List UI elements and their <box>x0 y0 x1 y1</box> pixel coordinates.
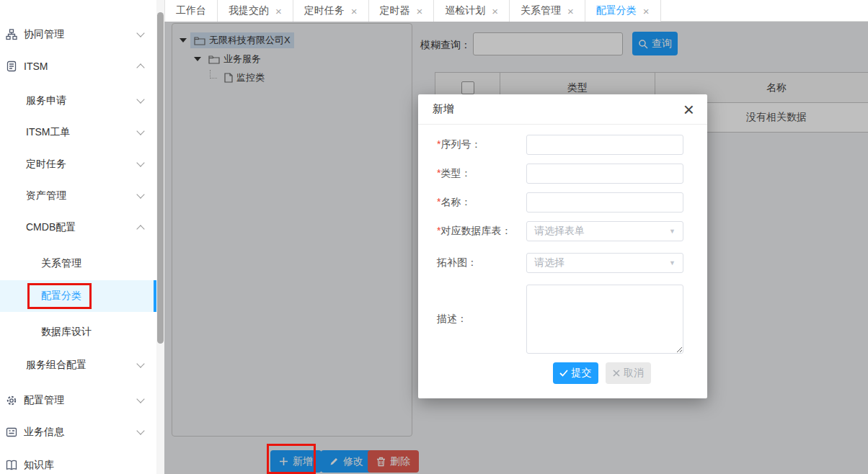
field-label: 拓补图： <box>437 256 477 268</box>
dropdown-arrow-icon: ▼ <box>669 228 676 235</box>
field-label: 序列号： <box>440 138 481 150</box>
sidebar-item-label: ITSM <box>24 61 48 72</box>
chevron-down-icon <box>136 426 144 434</box>
sidebar-item-cmdb-config[interactable]: CMDB配置 <box>0 212 156 243</box>
sidebar-item-label: 服务组合配置 <box>26 359 87 372</box>
sidebar: 工作台 协同管理 ITSM 服务申请 ITSM工单 定时任务 资产管理 CMDB… <box>0 0 156 474</box>
select-placeholder: 请选择 <box>534 256 564 269</box>
cancel-button[interactable]: 取消 <box>606 362 651 384</box>
chevron-down-icon <box>136 359 144 367</box>
tab-my-submissions[interactable]: 我提交的 × <box>218 0 293 22</box>
form-row-description: 描述： <box>437 285 689 354</box>
form-row-db-table: *对应数据库表： 请选择表单 ▼ <box>437 221 689 241</box>
gear-icon <box>6 395 17 406</box>
sidebar-item-service-request[interactable]: 服务申请 <box>0 85 156 117</box>
chevron-down-icon <box>136 29 144 37</box>
sidebar-item-label: 协同管理 <box>24 28 64 41</box>
close-icon[interactable]: × <box>683 100 694 119</box>
select-placeholder: 请选择表单 <box>534 225 585 238</box>
chevron-up-icon <box>136 225 144 233</box>
check-icon <box>559 370 568 377</box>
sidebar-item-relation-mgmt[interactable]: 关系管理 <box>0 248 156 280</box>
sidebar-item-config-mgmt[interactable]: 配置管理 <box>0 385 156 416</box>
submit-button[interactable]: 提交 <box>553 362 598 384</box>
tab-scheduled-task[interactable]: 定时任务 × <box>293 0 369 22</box>
sidebar-item-service-combo[interactable]: 服务组合配置 <box>0 349 156 381</box>
chevron-down-icon <box>136 395 144 403</box>
tab-config-category[interactable]: 配置分类 × <box>585 0 661 22</box>
tab-bar: 工作台 我提交的 × 定时任务 × 定时器 × 巡检计划 × 关系管理 × 配置… <box>164 0 868 22</box>
sidebar-scrollbar-thumb[interactable] <box>157 12 164 344</box>
description-textarea[interactable] <box>526 285 683 354</box>
org-icon <box>6 29 17 40</box>
sidebar-item-label: 关系管理 <box>41 257 81 270</box>
sidebar-item-label: 定时任务 <box>26 158 66 171</box>
close-icon[interactable]: × <box>351 6 358 17</box>
name-input[interactable] <box>526 192 683 213</box>
field-label: 类型： <box>440 167 471 179</box>
sidebar-item-collaboration[interactable]: 协同管理 <box>0 19 156 50</box>
serial-number-input[interactable] <box>526 135 683 155</box>
sidebar-item-label: 配置管理 <box>24 394 64 407</box>
sidebar-item-label: ITSM工单 <box>26 126 70 139</box>
close-icon[interactable]: × <box>275 6 282 17</box>
dialog-title: 新增 <box>433 102 454 116</box>
x-icon <box>613 370 620 377</box>
field-label: 名称： <box>440 196 471 207</box>
topology-select[interactable]: 请选择 ▼ <box>526 253 683 273</box>
sidebar-item-business-info[interactable]: 业务信息 <box>0 416 156 448</box>
form-row-type: *类型： <box>437 164 689 184</box>
sidebar-item-label: 知识库 <box>24 459 54 472</box>
sidebar-item-asset-mgmt[interactable]: 资产管理 <box>0 180 156 212</box>
sidebar-item-scheduled-task[interactable]: 定时任务 <box>0 148 156 180</box>
sidebar-item-label: 业务信息 <box>24 426 64 439</box>
field-label: 描述： <box>437 313 467 324</box>
close-icon[interactable]: × <box>567 6 574 17</box>
chevron-up-icon <box>136 63 144 71</box>
content-area: 无限科技有限公司X 业务服务 <box>164 22 868 474</box>
form-row-name: *名称： <box>437 192 689 213</box>
sidebar-item-itsm[interactable]: ITSM <box>0 50 156 82</box>
sidebar-item-label: 数据库设计 <box>41 326 92 339</box>
type-input[interactable] <box>526 164 683 184</box>
main-area: 工作台 我提交的 × 定时任务 × 定时器 × 巡检计划 × 关系管理 × 配置… <box>164 0 868 474</box>
db-table-select[interactable]: 请选择表单 ▼ <box>526 221 683 241</box>
form-row-topology: 拓补图： 请选择 ▼ <box>437 253 689 273</box>
tab-inspection-plan[interactable]: 巡检计划 × <box>434 0 510 22</box>
sidebar-item-label: 资产管理 <box>26 189 66 202</box>
sidebar-item-label: CMDB配置 <box>26 221 76 234</box>
tab-timer[interactable]: 定时器 × <box>369 0 435 22</box>
sidebar-scrollbar-track <box>156 0 164 474</box>
sidebar-item-itsm-ticket[interactable]: ITSM工单 <box>0 117 156 148</box>
chevron-down-icon <box>136 158 144 166</box>
sidebar-item-db-design[interactable]: 数据库设计 <box>0 316 156 348</box>
sidebar-item-label: 服务申请 <box>26 94 66 107</box>
card-icon <box>6 426 17 438</box>
form-row-serial: *序列号： <box>437 135 689 155</box>
dropdown-arrow-icon: ▼ <box>669 259 676 267</box>
sidebar-item-knowledge-base[interactable]: 知识库 <box>0 450 156 474</box>
add-dialog: 新增 × *序列号： *类型： *名称： *对应数据库表： <box>418 94 707 398</box>
chevron-down-icon <box>136 95 144 103</box>
close-icon[interactable]: × <box>492 6 498 17</box>
close-icon[interactable]: × <box>417 6 423 17</box>
chevron-down-icon <box>136 190 144 198</box>
tab-relation-mgmt[interactable]: 关系管理 × <box>510 0 585 22</box>
sidebar-item-label: 配置分类 <box>41 290 81 303</box>
sidebar-item-workbench[interactable]: 工作台 <box>0 0 156 9</box>
book-icon <box>6 460 17 471</box>
chevron-down-icon <box>136 127 144 135</box>
tab-workbench[interactable]: 工作台 <box>164 0 218 22</box>
sidebar-item-config-category[interactable]: 配置分类 <box>0 280 156 312</box>
doc-icon <box>6 61 17 72</box>
field-label: 对应数据库表： <box>440 225 511 236</box>
close-icon[interactable]: × <box>643 6 650 17</box>
